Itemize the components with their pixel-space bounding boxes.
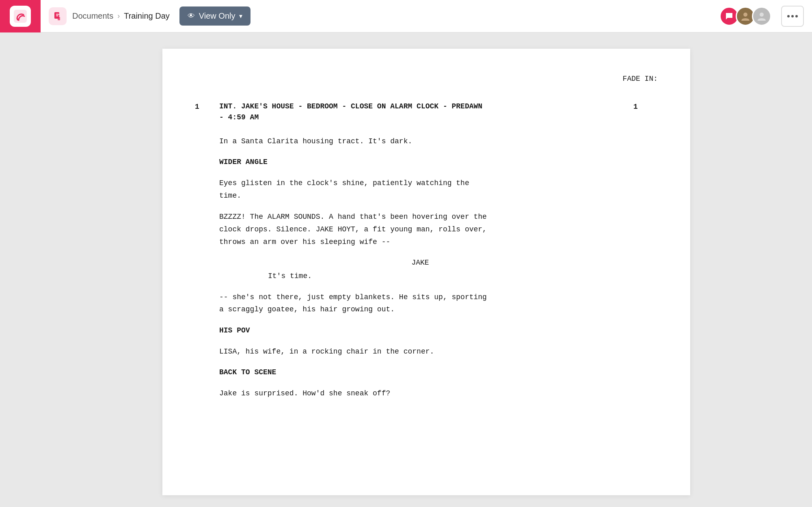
dot-3 <box>795 15 798 17</box>
scene-heading-line1: INT. JAKE'S HOUSE - BEDROOM - CLOSE ON A… <box>219 102 482 110</box>
avatar-person[interactable] <box>752 6 771 26</box>
breadcrumb-separator: › <box>117 12 120 20</box>
direction-line-3: BACK TO SCENE <box>219 367 621 378</box>
logo-svg <box>14 10 27 23</box>
script-content: FADE IN: 1 INT. JAKE'S HOUSE - BEDROOM -… <box>195 73 658 409</box>
action-line-1: In a Santa Clarita housing tract. It's d… <box>219 135 621 148</box>
scene-heading: INT. JAKE'S HOUSE - BEDROOM - CLOSE ON A… <box>219 101 621 123</box>
logo-box <box>0 0 41 32</box>
svg-point-1 <box>17 18 19 20</box>
doc-icon <box>53 11 63 21</box>
direction-line-2: HIS POV <box>219 325 621 337</box>
scene-heading-line2: - 4:59 AM <box>219 113 259 121</box>
script-page: FADE IN: 1 INT. JAKE'S HOUSE - BEDROOM -… <box>162 49 690 495</box>
navbar: Documents › Training Day 👁 View Only ▾ <box>0 0 812 32</box>
main-content: FADE IN: 1 INT. JAKE'S HOUSE - BEDROOM -… <box>41 32 812 507</box>
breadcrumb-documents[interactable]: Documents <box>72 11 113 21</box>
svg-point-7 <box>743 13 747 17</box>
avatar-group <box>719 6 771 26</box>
fade-in: FADE IN: <box>195 73 658 85</box>
scene-number-right-container: 1 <box>633 101 658 409</box>
breadcrumb-current: Training Day <box>124 11 170 21</box>
dialogue-line-1: It's time. <box>219 270 621 282</box>
scene-body: INT. JAKE'S HOUSE - BEDROOM - CLOSE ON A… <box>219 101 621 409</box>
logo-icon <box>10 6 31 27</box>
chat-bubble-icon <box>724 11 734 21</box>
doc-icon-button[interactable] <box>49 7 67 25</box>
action-line-4: -- she's not there, just empty blankets.… <box>219 291 621 316</box>
action-line-3: BZZZZ! The ALARM SOUNDS. A hand that's b… <box>219 211 621 248</box>
person-icon <box>756 10 768 22</box>
eye-icon: 👁 <box>188 12 195 20</box>
breadcrumb: Documents › Training Day <box>72 11 170 21</box>
svg-rect-3 <box>56 14 59 15</box>
action-line-6: Jake is surprised. How'd she sneak off? <box>219 387 621 400</box>
svg-point-9 <box>760 13 764 17</box>
action-line-5: LISA, his wife, in a rocking chair in th… <box>219 345 621 358</box>
sidebar-strip <box>0 32 41 507</box>
user-photo-avatar <box>739 10 752 22</box>
more-options-button[interactable] <box>781 6 804 27</box>
direction-line-1: WIDER ANGLE <box>219 156 621 168</box>
svg-rect-5 <box>58 17 60 20</box>
action-line-2: Eyes glisten in the clock's shine, patie… <box>219 177 621 202</box>
dot-2 <box>791 15 794 17</box>
dot-1 <box>787 15 790 17</box>
navbar-right <box>719 6 804 27</box>
scene-block-1: 1 INT. JAKE'S HOUSE - BEDROOM - CLOSE ON… <box>195 101 658 409</box>
view-only-button[interactable]: 👁 View Only ▾ <box>179 6 251 26</box>
character-name-jake: JAKE <box>219 257 621 269</box>
layout: FADE IN: 1 INT. JAKE'S HOUSE - BEDROOM -… <box>0 32 812 507</box>
chevron-down-icon: ▾ <box>239 12 242 20</box>
svg-rect-4 <box>56 15 58 16</box>
scene-number-right: 1 <box>633 103 638 111</box>
scene-number-left: 1 <box>195 101 207 409</box>
view-only-label: View Only <box>199 11 235 21</box>
